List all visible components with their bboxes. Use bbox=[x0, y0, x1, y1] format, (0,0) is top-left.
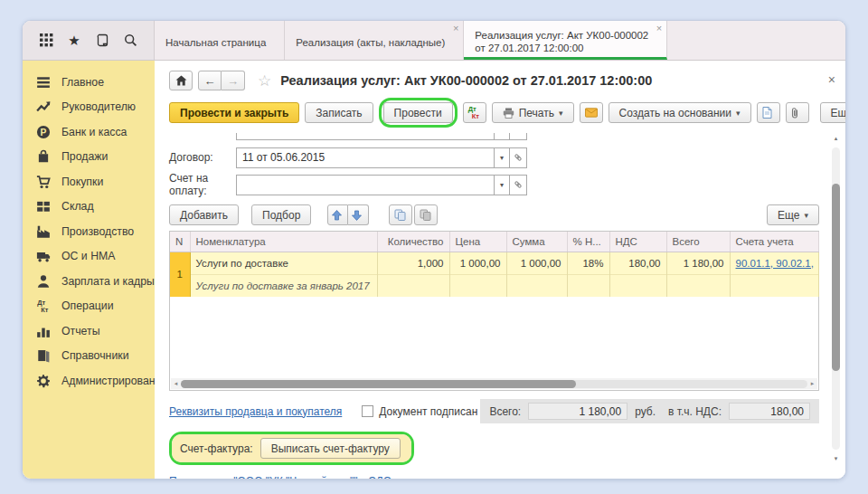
pick-button[interactable]: Подбор bbox=[251, 204, 311, 225]
contract-field-row: Договор: 11 от 05.06.2015 ▾ bbox=[169, 147, 845, 168]
total-cell[interactable]: 1 180,00 bbox=[666, 252, 730, 274]
favorite-star-icon[interactable]: ☆ bbox=[258, 71, 271, 90]
document-signed-label: Документ подписан bbox=[379, 405, 477, 418]
table-more-button[interactable]: Еще▾ bbox=[767, 204, 819, 225]
invoice-payment-link-icon[interactable] bbox=[510, 175, 527, 195]
copy-buttons bbox=[389, 204, 438, 225]
post-button[interactable]: Провести bbox=[383, 102, 453, 123]
invoice-payment-input[interactable] bbox=[236, 175, 494, 195]
sidebar-item-manager[interactable]: Руководителю bbox=[23, 95, 155, 120]
svg-text:Кт: Кт bbox=[41, 306, 49, 313]
sidebar-item-main[interactable]: Главное bbox=[23, 70, 155, 95]
arrow-up-icon bbox=[332, 210, 342, 221]
price-cell[interactable]: 1 000,00 bbox=[449, 252, 506, 274]
seller-buyer-requisites-link[interactable]: Реквизиты продавца и покупателя bbox=[169, 405, 342, 418]
partial-field-above: ▾ bbox=[236, 133, 527, 141]
sidebar-item-salary-hr[interactable]: Зарплата и кадры bbox=[23, 269, 155, 294]
sidebar-item-reports[interactable]: Отчеты bbox=[23, 318, 155, 344]
connect-edo-link[interactable]: Подключить "ООО "УК "Чистый дом"" к ЭДО bbox=[169, 475, 392, 480]
document-file-button[interactable] bbox=[757, 102, 780, 123]
content-cell[interactable]: Услуги по доставке за январь 2017 bbox=[190, 274, 377, 297]
factory-icon bbox=[36, 224, 51, 239]
contract-dropdown-icon[interactable]: ▾ bbox=[494, 147, 510, 168]
sidebar-item-fixed-assets[interactable]: ОС и НМА bbox=[23, 244, 155, 270]
contract-link-icon[interactable] bbox=[510, 147, 527, 168]
accounts-link[interactable]: 90.01.1, 90.02.1, bbox=[736, 258, 814, 269]
scroll-left-icon[interactable]: ◂ bbox=[171, 380, 181, 387]
quantity-cell[interactable]: 1,000 bbox=[377, 252, 449, 274]
sidebar-item-production[interactable]: Производство bbox=[23, 219, 155, 244]
sidebar-item-directories[interactable]: Справочники bbox=[23, 344, 155, 369]
table-horizontal-scrollbar[interactable]: ◂ ▸ bbox=[171, 378, 817, 389]
col-quantity[interactable]: Количество bbox=[377, 232, 449, 252]
post-and-close-button[interactable]: Провести и закрыть bbox=[169, 102, 299, 123]
storage-grid-icon bbox=[36, 199, 51, 214]
document-close-icon[interactable]: × bbox=[828, 73, 835, 86]
scroll-right-icon[interactable]: ▸ bbox=[807, 380, 817, 387]
nav-buttons: ← → bbox=[198, 71, 245, 90]
scroll-up-icon[interactable]: ▴ bbox=[830, 135, 842, 142]
col-vat-rate[interactable]: % Н... bbox=[567, 232, 609, 252]
add-row-button[interactable]: Добавить bbox=[169, 204, 239, 225]
scroll-down-icon[interactable]: ▾ bbox=[830, 455, 842, 462]
email-button[interactable] bbox=[580, 102, 603, 123]
invoice-group: Счет-фактура: Выписать счет-фактуру bbox=[172, 434, 411, 462]
move-up-button[interactable] bbox=[327, 204, 348, 225]
toolbar-more-button[interactable]: Еще▾ bbox=[820, 102, 846, 123]
create-on-basis-button[interactable]: Создать на основании▾ bbox=[609, 102, 751, 123]
sidebar-item-warehouse[interactable]: Склад bbox=[23, 195, 155, 220]
envelope-icon bbox=[585, 108, 598, 118]
sum-cell[interactable]: 1 000,00 bbox=[506, 252, 567, 274]
sidebar-item-bank-cash[interactable]: Р Банк и касса bbox=[23, 119, 155, 145]
tab-close-icon[interactable]: × bbox=[656, 24, 662, 33]
vat-cell[interactable]: 180,00 bbox=[609, 252, 666, 274]
post-button-highlight: Провести bbox=[379, 98, 458, 128]
contract-input[interactable]: 11 от 05.06.2015 bbox=[236, 147, 494, 168]
invoice-payment-label: Счет на оплату: bbox=[169, 172, 236, 197]
sidebar-item-label: Склад bbox=[61, 200, 94, 213]
col-accounts[interactable]: Счета учета bbox=[730, 232, 818, 252]
col-price[interactable]: Цена bbox=[449, 232, 506, 252]
history-icon[interactable] bbox=[92, 31, 112, 51]
dtkt-button[interactable]: Дт Кт bbox=[463, 102, 486, 123]
invoice-group-highlight: Счет-фактура: Выписать счет-фактуру bbox=[169, 432, 414, 465]
table-row[interactable]: 1 Услуги по доставке 1,000 1 000,00 1 00… bbox=[170, 252, 818, 274]
copy-button[interactable] bbox=[389, 204, 412, 225]
col-sum[interactable]: Сумма bbox=[506, 232, 567, 252]
sidebar-item-purchases[interactable]: Покупки bbox=[23, 169, 155, 195]
sidebar-item-label: Главное bbox=[61, 76, 104, 89]
back-button[interactable]: ← bbox=[198, 71, 222, 90]
home-button[interactable] bbox=[169, 71, 193, 90]
search-icon[interactable] bbox=[120, 31, 140, 51]
attachment-button[interactable] bbox=[786, 102, 809, 123]
issue-invoice-button[interactable]: Выписать счет-фактуру bbox=[260, 438, 401, 459]
invoice-payment-dropdown-icon[interactable]: ▾ bbox=[494, 175, 510, 195]
sidebar-item-operations[interactable]: ДтКт Операции bbox=[23, 294, 155, 319]
window-vertical-scrollbar[interactable]: ▴ ▾ bbox=[830, 135, 842, 462]
col-vat[interactable]: НДС bbox=[609, 232, 666, 252]
print-button[interactable]: Печать▾ bbox=[492, 102, 574, 123]
table-subrow[interactable]: Услуги по доставке за январь 2017 bbox=[170, 274, 818, 297]
sidebar-item-sales[interactable]: Продажи bbox=[23, 145, 155, 170]
vat-rate-cell[interactable]: 18% bbox=[567, 252, 609, 274]
hscroll-thumb[interactable] bbox=[181, 380, 576, 388]
tab-home[interactable]: Начальная страница bbox=[155, 21, 285, 60]
nomenclature-cell[interactable]: Услуги по доставке bbox=[190, 252, 377, 274]
invoice-payment-field-row: Счет на оплату: ▾ bbox=[169, 174, 845, 195]
vscroll-thumb[interactable] bbox=[832, 184, 840, 371]
col-n[interactable]: N bbox=[170, 232, 190, 252]
sidebar-item-administration[interactable]: Администрирование bbox=[23, 368, 155, 394]
items-table: N Номенклатура Количество Цена Сумма % Н… bbox=[169, 231, 819, 391]
paste-button[interactable] bbox=[414, 204, 438, 225]
col-nomenclature[interactable]: Номенклатура bbox=[190, 232, 377, 252]
move-down-button[interactable] bbox=[348, 204, 369, 225]
save-button[interactable]: Записать bbox=[305, 102, 373, 123]
document-signed-checkbox[interactable] bbox=[362, 405, 373, 417]
tab-realization-list[interactable]: Реализация (акты, накладные) × bbox=[285, 21, 464, 60]
favorites-star-icon[interactable]: ★ bbox=[64, 31, 84, 51]
forward-button[interactable]: → bbox=[222, 71, 245, 90]
col-total[interactable]: Всего bbox=[666, 232, 730, 252]
tab-close-icon[interactable]: × bbox=[453, 24, 458, 33]
menu-grid-icon[interactable] bbox=[36, 31, 56, 51]
tab-realization-doc[interactable]: Реализация услуг: Акт УК00-000002 от 27.… bbox=[464, 21, 667, 60]
